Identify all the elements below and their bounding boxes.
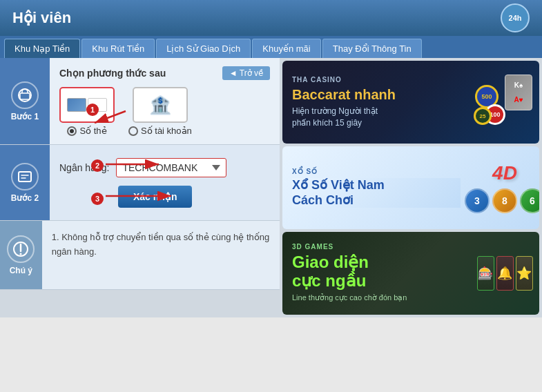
ad-baccarat-tag: THA CASINO xyxy=(292,76,461,84)
right-panel: THA CASINO Baccarat nhanh Hiện trường Ng… xyxy=(280,58,542,317)
slot-2: 🔔 xyxy=(496,256,514,291)
step1-title: Chọn phương thức sau xyxy=(59,68,166,79)
chip-green: 25 xyxy=(474,107,492,125)
bank-icon: 🏦 xyxy=(149,95,171,116)
ad-baccarat-content: THA CASINO Baccarat nhanh Hiện trường Ng… xyxy=(282,61,470,144)
tab-khuyen-mai[interactable]: Khuyến mãi xyxy=(252,39,320,58)
annotation-3: 3 xyxy=(91,192,104,205)
support-badge: 24h xyxy=(501,3,530,32)
page-title: Hội viên xyxy=(12,9,71,27)
ad-lottery-content: XỔ SỐ Xổ Số Việt NamCách Chơi xyxy=(282,146,470,229)
card-label: Số thẻ xyxy=(67,126,106,136)
ad-lottery[interactable]: XỔ SỐ Xổ Số Việt NamCách Chơi 4D 3 8 6 xyxy=(282,146,539,229)
ad-game-title: Giao diệncực ngầu xyxy=(292,253,461,290)
ad-lottery-image: 4D 3 8 6 xyxy=(470,146,539,229)
svg-rect-1 xyxy=(20,93,30,99)
svg-rect-3 xyxy=(19,172,31,182)
num-badge-3: 3 xyxy=(91,193,104,205)
step3-icon xyxy=(7,235,35,263)
card-white xyxy=(88,98,107,112)
nav-tabs: Khu Nạp Tiền Khu Rút Tiền Lịch Sử Giao D… xyxy=(0,36,542,58)
step3-section: Chú ý 1. Không hỗ trợ chuyển tiền qua số… xyxy=(0,221,280,290)
step2-section: Bước 2 Ngân hàng: TECHCOMBANK VIETCOMBAN… xyxy=(0,145,280,221)
payment-options: Số thẻ 🏦 Số tài khoản xyxy=(59,87,270,136)
ad-game[interactable]: 3D GAMES Giao diệncực ngầu Line thưởng c… xyxy=(282,232,539,315)
account-option-box: 🏦 xyxy=(133,87,188,123)
step3-icon-col: Chú ý xyxy=(0,221,42,289)
step1-label: Bước 1 xyxy=(11,112,39,121)
tab-lich-su[interactable]: Lịch Sử Giao Dịch xyxy=(156,39,251,58)
step1-section: Bước 1 Chọn phương thức sau ◄ Trở về xyxy=(0,58,280,145)
ad-baccarat-title: Baccarat nhanh xyxy=(292,86,461,103)
ball-3: 6 xyxy=(520,188,539,213)
ad-lottery-title: Xổ Số Việt NamCách Chơi xyxy=(292,178,461,208)
step2-icon-col: Bước 2 xyxy=(0,145,50,220)
step3-label: Chú ý xyxy=(10,266,32,275)
ad-baccarat-image: K♠ A♥ 500 100 25 xyxy=(470,61,539,144)
ad-game-sub: Line thưởng cực cao chờ đón bạn xyxy=(292,293,461,303)
ad-game-image: 🎰 🔔 ⭐ xyxy=(470,232,539,315)
slot-3: ⭐ xyxy=(516,256,533,291)
card-blue xyxy=(67,98,86,112)
svg-point-6 xyxy=(20,253,22,255)
ad-baccarat[interactable]: THA CASINO Baccarat nhanh Hiện trường Ng… xyxy=(282,61,539,144)
lottery-balls: 3 8 6 xyxy=(465,188,539,213)
chips-decoration: K♠ A♥ 500 100 25 xyxy=(474,71,536,133)
step1-body: Chọn phương thức sau ◄ Trở về xyxy=(50,58,280,144)
step2-body: Ngân hàng: TECHCOMBANK VIETCOMBANK AGRIB… xyxy=(50,145,280,220)
card-decoration: K♠ A♥ xyxy=(505,75,532,110)
account-label: Số tài khoản xyxy=(128,126,192,136)
main-content: Bước 1 Chọn phương thức sau ◄ Trở về xyxy=(0,58,542,317)
confirm-button[interactable]: Xác nhận xyxy=(118,186,192,208)
note-text: 1. Không hỗ trợ chuyển tiền qua số thẻ c… xyxy=(42,221,280,289)
left-panel: Bước 1 Chọn phương thức sau ◄ Trở về xyxy=(0,58,280,317)
option-account[interactable]: 🏦 Số tài khoản xyxy=(128,87,192,136)
card-option-box xyxy=(59,87,115,123)
ball-1: 3 xyxy=(465,188,490,213)
bank-row: Ngân hàng: TECHCOMBANK VIETCOMBANK AGRIB… xyxy=(59,158,270,177)
account-radio xyxy=(128,126,138,136)
ad-baccarat-sub: Hiện trường Người thậtphấn khích 15 giây xyxy=(292,106,461,129)
slot-decoration: 🎰 🔔 ⭐ xyxy=(477,256,533,291)
slot-1: 🎰 xyxy=(477,256,494,291)
step1-icon xyxy=(11,81,39,109)
tab-nap-tien[interactable]: Khu Nạp Tiền xyxy=(4,39,80,58)
ball-2: 8 xyxy=(492,188,517,213)
header: Hội viên 24h xyxy=(0,0,542,36)
tab-thay-doi[interactable]: Thay Đổi Thông Tin xyxy=(322,39,422,58)
card-radio xyxy=(67,126,77,136)
step1-icon-col: Bước 1 xyxy=(0,58,50,144)
card-icon xyxy=(67,98,107,112)
lottery-4d: 4D xyxy=(492,162,517,184)
ad-game-content: 3D GAMES Giao diệncực ngầu Line thưởng c… xyxy=(282,232,470,315)
step2-label: Bước 2 xyxy=(11,193,39,203)
back-button[interactable]: ◄ Trở về xyxy=(222,66,270,80)
ad-game-tag: 3D GAMES xyxy=(292,243,461,251)
ad-lottery-tag: XỔ SỐ xyxy=(292,168,461,175)
bank-label: Ngân hàng: xyxy=(59,162,109,173)
bank-select[interactable]: TECHCOMBANK VIETCOMBANK AGRIBANK BIDV MB… xyxy=(116,158,226,177)
option-card[interactable]: Số thẻ xyxy=(59,87,115,136)
tab-rut-tien[interactable]: Khu Rút Tiền xyxy=(81,39,155,58)
step2-icon xyxy=(11,163,39,190)
